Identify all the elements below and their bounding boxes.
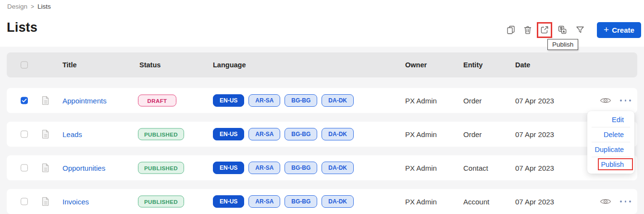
- entity-cell: Order: [463, 130, 482, 138]
- language-badge-ar-sa[interactable]: AR-SA: [248, 128, 280, 140]
- status-badge: PUBLISHED: [138, 196, 184, 208]
- create-button[interactable]: + Create: [597, 22, 641, 38]
- copy-icon: [506, 25, 516, 36]
- breadcrumb: Design > Lists: [7, 3, 51, 10]
- table-row: Opportunities PUBLISHED EN-US AR-SA BG-B…: [7, 155, 637, 180]
- publish-tooltip: Publish: [547, 39, 578, 50]
- copy-button[interactable]: [504, 24, 518, 37]
- column-header-entity[interactable]: Entity: [463, 61, 483, 69]
- entity-cell: Contact: [463, 164, 488, 172]
- column-header-owner[interactable]: Owner: [405, 61, 427, 69]
- filter-button[interactable]: [573, 24, 587, 37]
- language-badge-ar-sa[interactable]: AR-SA: [248, 162, 280, 174]
- breadcrumb-design[interactable]: Design: [7, 3, 27, 10]
- language-badges: EN-US AR-SA BG-BG DA-DK: [213, 162, 354, 174]
- language-badge-ar-sa[interactable]: AR-SA: [248, 94, 280, 107]
- breadcrumb-separator: >: [31, 3, 34, 10]
- status-badge: PUBLISHED: [138, 162, 184, 174]
- language-badge-da-dk[interactable]: DA-DK: [322, 162, 354, 174]
- select-all-checkbox[interactable]: [21, 62, 28, 69]
- delete-button[interactable]: [521, 24, 534, 37]
- preview-eye-icon[interactable]: [600, 97, 611, 104]
- list-title-link[interactable]: Appointments: [62, 97, 107, 105]
- language-badge-da-dk[interactable]: DA-DK: [322, 128, 354, 140]
- language-badges: EN-US AR-SA BG-BG DA-DK: [213, 94, 354, 107]
- create-button-label: Create: [612, 26, 634, 34]
- status-badge: PUBLISHED: [138, 128, 184, 140]
- row-checkbox[interactable]: [21, 198, 28, 205]
- row-context-menu: Edit Delete Duplicate Publish: [587, 111, 634, 174]
- menu-item-duplicate[interactable]: Duplicate: [587, 142, 634, 157]
- delete-icon: [523, 25, 533, 36]
- table-header: Title Status Language Owner Entity Date: [7, 52, 637, 77]
- owner-cell: PX Admin: [405, 164, 437, 172]
- row-checkbox[interactable]: [21, 97, 28, 104]
- column-header-date[interactable]: Date: [515, 61, 530, 69]
- column-header-status[interactable]: Status: [139, 61, 161, 69]
- more-actions-icon[interactable]: [620, 98, 633, 103]
- list-title-link[interactable]: Leads: [62, 130, 82, 138]
- language-badge-en-us[interactable]: EN-US: [213, 195, 244, 208]
- row-checkbox[interactable]: [21, 131, 28, 138]
- entity-cell: Account: [463, 198, 489, 206]
- document-icon: [42, 129, 50, 139]
- date-cell: 07 Apr 2023: [515, 198, 554, 206]
- publish-icon: [540, 25, 549, 36]
- plus-icon: +: [604, 25, 609, 35]
- lists-page: Design > Lists Lists: [0, 0, 644, 214]
- filter-icon: [575, 25, 585, 36]
- preview-eye-icon[interactable]: [600, 198, 611, 205]
- list-title-link[interactable]: Invoices: [62, 198, 89, 206]
- translate-button[interactable]: [556, 24, 569, 37]
- language-badge-en-us[interactable]: EN-US: [213, 162, 244, 174]
- publish-button[interactable]: [538, 24, 551, 37]
- language-badge-da-dk[interactable]: DA-DK: [322, 94, 354, 107]
- row-checkbox[interactable]: [21, 164, 28, 172]
- language-badges: EN-US AR-SA BG-BG DA-DK: [213, 195, 354, 208]
- language-badge-bg-bg[interactable]: BG-BG: [285, 195, 317, 208]
- date-cell: 07 Apr 2023: [515, 164, 554, 172]
- language-badge-en-us[interactable]: EN-US: [213, 128, 244, 140]
- owner-cell: PX Admin: [405, 97, 437, 105]
- document-icon: [42, 96, 50, 105]
- language-badge-ar-sa[interactable]: AR-SA: [248, 195, 280, 208]
- list-title-link[interactable]: Opportunities: [62, 164, 105, 172]
- column-header-language[interactable]: Language: [213, 61, 246, 69]
- language-badges: EN-US AR-SA BG-BG DA-DK: [213, 128, 354, 140]
- document-icon: [42, 163, 50, 173]
- date-cell: 07 Apr 2023: [515, 97, 554, 105]
- owner-cell: PX Admin: [405, 198, 437, 206]
- translate-icon: [557, 25, 567, 36]
- more-actions-icon[interactable]: [620, 199, 633, 204]
- document-icon: [42, 197, 50, 206]
- page-title: Lists: [7, 20, 37, 35]
- language-badge-en-us[interactable]: EN-US: [213, 94, 244, 107]
- language-badge-da-dk[interactable]: DA-DK: [322, 195, 354, 208]
- menu-item-publish[interactable]: Publish: [587, 157, 634, 172]
- entity-cell: Order: [463, 97, 482, 105]
- menu-item-delete[interactable]: Delete: [587, 127, 634, 142]
- language-badge-bg-bg[interactable]: BG-BG: [285, 128, 317, 140]
- table-row: Leads PUBLISHED EN-US AR-SA BG-BG DA-DK …: [7, 122, 637, 147]
- table-row: Invoices PUBLISHED EN-US AR-SA BG-BG DA-…: [7, 189, 637, 214]
- language-badge-bg-bg[interactable]: BG-BG: [285, 94, 317, 107]
- date-cell: 07 Apr 2023: [515, 130, 554, 138]
- status-badge: DRAFT: [138, 95, 176, 107]
- breadcrumb-lists: Lists: [37, 3, 51, 10]
- column-header-title[interactable]: Title: [62, 61, 77, 69]
- menu-item-edit[interactable]: Edit: [587, 112, 634, 127]
- language-badge-bg-bg[interactable]: BG-BG: [285, 162, 317, 174]
- owner-cell: PX Admin: [405, 130, 437, 138]
- table-row: Appointments DRAFT EN-US AR-SA BG-BG DA-…: [7, 88, 637, 113]
